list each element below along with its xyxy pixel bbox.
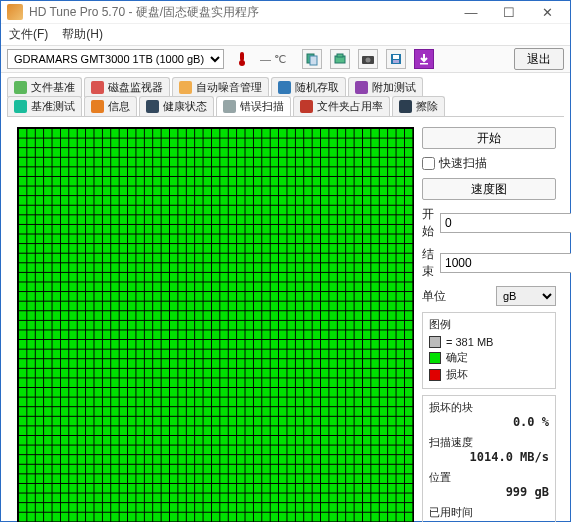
folder-icon bbox=[300, 100, 313, 113]
app-window: HD Tune Pro 5.70 - 硬盘/固态硬盘实用程序 — ☐ ✕ 文件(… bbox=[0, 0, 571, 522]
legend-damaged: 损坏 bbox=[446, 367, 468, 382]
title-bar: HD Tune Pro 5.70 - 硬盘/固态硬盘实用程序 — ☐ ✕ bbox=[1, 1, 570, 24]
tabs-row-1: 文件基准 磁盘监视器 自动噪音管理 随机存取 附加测试 bbox=[7, 77, 564, 97]
window-title: HD Tune Pro 5.70 - 硬盘/固态硬盘实用程序 bbox=[29, 4, 454, 21]
stats-box: 损坏的块 0.0 % 扫描速度 1014.0 MB/s 位置 999 gB 已用… bbox=[422, 395, 556, 522]
temperature-value: — ℃ bbox=[260, 53, 286, 66]
tab-folder-usage[interactable]: 文件夹占用率 bbox=[293, 96, 390, 116]
app-icon bbox=[7, 4, 23, 20]
speed-map-button[interactable]: 速度图 bbox=[422, 178, 556, 200]
tab-disk-monitor[interactable]: 磁盘监视器 bbox=[84, 77, 170, 97]
erase-icon bbox=[399, 100, 412, 113]
scan-icon bbox=[223, 100, 236, 113]
copy-info-icon[interactable] bbox=[302, 49, 322, 69]
close-button[interactable]: ✕ bbox=[530, 1, 564, 23]
damaged-blocks-value: 0.0 % bbox=[429, 415, 549, 429]
exit-button[interactable]: 退出 bbox=[514, 48, 564, 70]
tab-benchmark[interactable]: 基准测试 bbox=[7, 96, 82, 116]
position-label: 位置 bbox=[429, 470, 549, 485]
svg-rect-10 bbox=[393, 60, 399, 63]
tab-aam[interactable]: 自动噪音管理 bbox=[172, 77, 269, 97]
window-controls: — ☐ ✕ bbox=[454, 1, 564, 23]
svg-rect-11 bbox=[420, 63, 428, 65]
quick-scan-label: 快速扫描 bbox=[439, 155, 487, 172]
tabs-row-2: 基准测试 信息 健康状态 错误扫描 文件夹占用率 擦除 bbox=[7, 96, 564, 116]
sound-icon bbox=[179, 81, 192, 94]
start-label: 开始 bbox=[422, 206, 434, 240]
start-button[interactable]: 开始 bbox=[422, 127, 556, 149]
svg-rect-0 bbox=[240, 52, 244, 61]
drive-select[interactable]: GDRAMARS GMT3000 1TB (1000 gB) bbox=[7, 49, 224, 69]
legend-damaged-icon bbox=[429, 369, 441, 381]
side-panel: 开始 快速扫描 速度图 开始 ▲▼ 结束 ▲▼ 单位 gB bbox=[422, 127, 556, 522]
scan-speed-label: 扫描速度 bbox=[429, 435, 549, 450]
svg-point-7 bbox=[366, 58, 371, 63]
svg-point-1 bbox=[239, 60, 245, 66]
monitor-icon bbox=[91, 81, 104, 94]
legend-ok-icon bbox=[429, 352, 441, 364]
menu-bar: 文件(F) 帮助(H) bbox=[1, 24, 570, 45]
tab-erase[interactable]: 擦除 bbox=[392, 96, 445, 116]
unit-select[interactable]: gB bbox=[496, 286, 556, 306]
screenshot-icon[interactable] bbox=[330, 49, 350, 69]
legend-block-size: = 381 MB bbox=[446, 336, 493, 348]
minimize-button[interactable]: — bbox=[454, 1, 488, 23]
start-input[interactable] bbox=[440, 213, 571, 233]
thermometer-icon bbox=[232, 49, 252, 69]
unit-label: 单位 bbox=[422, 288, 490, 305]
svg-rect-9 bbox=[393, 55, 399, 59]
tab-info[interactable]: 信息 bbox=[84, 96, 137, 116]
camera-icon[interactable] bbox=[358, 49, 378, 69]
menu-help[interactable]: 帮助(H) bbox=[62, 26, 103, 43]
tab-random-access[interactable]: 随机存取 bbox=[271, 77, 346, 97]
tab-health[interactable]: 健康状态 bbox=[139, 96, 214, 116]
legend-title: 图例 bbox=[429, 317, 549, 332]
menu-file[interactable]: 文件(F) bbox=[9, 26, 48, 43]
end-label: 结束 bbox=[422, 246, 434, 280]
position-value: 999 gB bbox=[429, 485, 549, 499]
quick-scan-checkbox[interactable] bbox=[422, 157, 435, 170]
elapsed-label: 已用时间 bbox=[429, 505, 549, 520]
file-icon bbox=[14, 81, 27, 94]
toolbar: GDRAMARS GMT3000 1TB (1000 gB) — ℃ 退出 bbox=[1, 45, 570, 73]
svg-rect-5 bbox=[337, 54, 343, 57]
legend-box: 图例 = 381 MB 确定 损坏 bbox=[422, 312, 556, 389]
health-icon bbox=[146, 100, 159, 113]
tab-strip: 文件基准 磁盘监视器 自动噪音管理 随机存取 附加测试 基准测试 信息 健康状态… bbox=[1, 73, 570, 116]
block-map bbox=[17, 127, 414, 522]
download-icon[interactable] bbox=[414, 49, 434, 69]
random-icon bbox=[278, 81, 291, 94]
maximize-button[interactable]: ☐ bbox=[492, 1, 526, 23]
scan-speed-value: 1014.0 MB/s bbox=[429, 450, 549, 464]
tab-extra-tests[interactable]: 附加测试 bbox=[348, 77, 423, 97]
tab-file-benchmark[interactable]: 文件基准 bbox=[7, 77, 82, 97]
damaged-blocks-label: 损坏的块 bbox=[429, 400, 549, 415]
save-icon[interactable] bbox=[386, 49, 406, 69]
content-area: 开始 快速扫描 速度图 开始 ▲▼ 结束 ▲▼ 单位 gB bbox=[7, 116, 564, 522]
svg-rect-3 bbox=[310, 56, 317, 65]
info-icon bbox=[91, 100, 104, 113]
legend-block-icon bbox=[429, 336, 441, 348]
extra-icon bbox=[355, 81, 368, 94]
legend-ok: 确定 bbox=[446, 350, 468, 365]
tab-error-scan[interactable]: 错误扫描 bbox=[216, 96, 291, 116]
end-input[interactable] bbox=[440, 253, 571, 273]
bench-icon bbox=[14, 100, 27, 113]
